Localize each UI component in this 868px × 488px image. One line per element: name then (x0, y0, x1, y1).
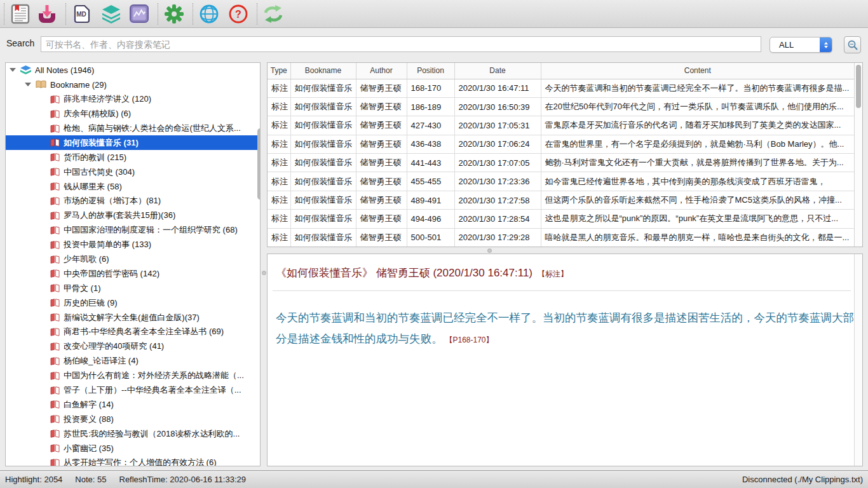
table-row[interactable]: 标注如何假装懂音乐储智勇王硕494-4962020/1/30 17:28:54这… (268, 210, 854, 228)
cell-date[interactable]: 2020/1/30 17:29:28 (454, 228, 541, 247)
cell-author[interactable]: 储智勇王硕 (356, 135, 407, 153)
cell-type[interactable]: 标注 (268, 154, 290, 172)
sidebar-item-all-notes[interactable]: All Notes (1946) (6, 63, 260, 78)
sidebar-item-bookname[interactable]: Bookname (29) (6, 78, 260, 92)
sidebar-book-item[interactable]: 枪炮、病菌与钢铁:人类社会的命运(世纪人文系... (6, 121, 260, 136)
cell-content[interactable]: 雷鬼原本是牙买加流行音乐的代名词，随着牙买加移民到了英美之类的发达国家... (541, 116, 854, 135)
cell-position[interactable]: 168-170 (407, 79, 454, 97)
cell-content[interactable]: 在20世纪50年代到70年代之间，有过一类乐队，叫节奏蓝调乐队，他们使用的乐..… (541, 97, 854, 116)
cell-content[interactable]: 鲍勃·马利对雷鬼文化还有一个重大贡献，就是将脏辫传播到了世界各地。关于为... (541, 154, 854, 172)
cell-type[interactable]: 标注 (268, 210, 290, 228)
cell-author[interactable]: 储智勇王硕 (356, 172, 407, 191)
cell-author[interactable]: 储智勇王硕 (356, 228, 407, 247)
column-header-bookname[interactable]: Bookname (290, 63, 356, 79)
table-row[interactable]: 标注如何假装懂音乐储智勇王硕436-4382020/1/30 17:06:24在… (268, 135, 854, 153)
help-icon[interactable]: ? (226, 2, 250, 26)
sidebar-book-item[interactable]: 商君书-中华经典名著全本全注全译丛书 (69) (6, 325, 260, 339)
cell-bookname[interactable]: 如何假装懂音乐 (290, 135, 356, 153)
table-scroll-handle[interactable] (856, 65, 861, 108)
cell-date[interactable]: 2020/1/30 16:47:11 (454, 79, 541, 97)
cell-author[interactable]: 储智勇王硕 (356, 79, 407, 97)
sidebar-book-item[interactable]: 投资中最简单的事 (133) (6, 238, 260, 252)
column-header-author[interactable]: Author (356, 63, 407, 79)
cell-author[interactable]: 储智勇王硕 (356, 116, 407, 135)
cell-date[interactable]: 2020/1/30 17:23:36 (454, 172, 541, 191)
vertical-splitter-handle[interactable] (262, 271, 266, 275)
sidebar-book-item[interactable]: 投资要义 (88) (6, 412, 260, 426)
table-row[interactable]: 标注如何假装懂音乐储智勇王硕186-1892020/1/30 16:50:39在… (268, 97, 854, 116)
cell-position[interactable]: 455-455 (407, 172, 454, 191)
cell-bookname[interactable]: 如何假装懂音乐 (290, 191, 356, 209)
cell-bookname[interactable]: 如何假装懂音乐 (290, 116, 356, 135)
chart-icon[interactable] (127, 2, 151, 26)
sidebar-book-item[interactable]: 薛兆丰经济学讲义 (120) (6, 92, 260, 107)
sidebar-book-item[interactable]: 庆余年(精校版) (6) (6, 107, 260, 121)
table-row[interactable]: 标注如何假装懂音乐储智勇王硕489-4912020/1/30 17:27:58但… (268, 191, 854, 209)
cell-date[interactable]: 2020/1/30 16:50:39 (454, 97, 541, 116)
filter-dropdown[interactable]: ALL (770, 37, 832, 53)
column-header-position[interactable]: Position (407, 63, 454, 79)
sidebar-scrollbar[interactable] (256, 126, 261, 466)
notes-icon[interactable] (8, 2, 32, 26)
cell-type[interactable]: 标注 (268, 191, 290, 209)
layers-icon[interactable] (99, 2, 123, 26)
sidebar-book-item[interactable]: 历史的巨镜 (9) (6, 295, 260, 310)
table-scrollbar[interactable] (854, 63, 862, 247)
column-header-content[interactable]: Content (541, 63, 854, 79)
search-button[interactable] (844, 36, 861, 53)
sidebar-book-item[interactable]: 中央帝国的哲学密码 (142) (6, 266, 260, 281)
cell-position[interactable]: 500-501 (407, 228, 454, 247)
cell-author[interactable]: 储智勇王硕 (356, 154, 407, 172)
sidebar-book-item[interactable]: 杨伯峻_论语译注 (4) (6, 354, 260, 369)
disclosure-triangle[interactable] (25, 83, 31, 86)
sidebar-book-item[interactable]: 中国为什么有前途：对外经济关系的战略潜能（... (6, 369, 260, 383)
search-input[interactable] (41, 36, 761, 52)
cell-type[interactable]: 标注 (268, 97, 290, 116)
cell-position[interactable]: 436-438 (407, 135, 454, 153)
cell-author[interactable]: 储智勇王硕 (356, 191, 407, 209)
column-header-date[interactable]: Date (454, 63, 541, 79)
sidebar-book-item[interactable]: 管子（上下册）--中华经典名著全本全注全译（... (6, 383, 260, 398)
cell-bookname[interactable]: 如何假装懂音乐 (290, 172, 356, 191)
sidebar-book-item[interactable]: 钱从哪里来 (58) (6, 179, 260, 194)
cell-type[interactable]: 标注 (268, 116, 290, 135)
cell-bookname[interactable]: 如何假装懂音乐 (290, 228, 356, 247)
sidebar-book-item[interactable]: 货币的教训 (215) (6, 150, 260, 165)
cell-content[interactable]: 嘻哈就是黑人的朋克音乐。和最早的朋克一样，嘻哈也是来自街头的文化，都是一... (541, 228, 854, 247)
cell-position[interactable]: 441-443 (407, 154, 454, 172)
table-row[interactable]: 标注如何假装懂音乐储智勇王硕500-5012020/1/30 17:29:28嘻… (268, 228, 854, 247)
sidebar-book-item[interactable]: 如何假装懂音乐 (31) (6, 135, 260, 150)
cell-date[interactable]: 2020/1/30 17:05:31 (454, 116, 541, 135)
sidebar-book-item[interactable]: 改变心理学的40项研究 (41) (6, 339, 260, 354)
cell-type[interactable]: 标注 (268, 79, 290, 97)
sidebar-book-item[interactable]: 甲骨文 (1) (6, 281, 260, 295)
sidebar-book-item[interactable]: 小窗幽记 (35) (6, 441, 260, 456)
sidebar-book-item[interactable]: 罗马人的故事(套装共15册)(36) (6, 208, 260, 223)
sidebar-scroll-handle[interactable] (257, 128, 261, 200)
cell-date[interactable]: 2020/1/30 17:06:24 (454, 135, 541, 153)
cell-position[interactable]: 489-491 (407, 191, 454, 209)
cell-content[interactable]: 这也是朋克之所以是“punk”的原因。“punk”在英文里是流氓阿飞的意思，只不… (541, 210, 854, 228)
cell-author[interactable]: 储智勇王硕 (356, 210, 407, 228)
cell-content[interactable]: 今天的节奏蓝调和当初的节奏蓝调已经完全不一样了。当初的节奏蓝调有很多是描... (541, 79, 854, 97)
settings-icon[interactable] (162, 2, 186, 26)
cell-type[interactable]: 标注 (268, 135, 290, 153)
table-row[interactable]: 标注如何假装懂音乐储智勇王硕168-1702020/1/30 16:47:11今… (268, 79, 854, 97)
cell-position[interactable]: 494-496 (407, 210, 454, 228)
cell-type[interactable]: 标注 (268, 172, 290, 191)
cell-content[interactable]: 在雷鬼的世界里，有一个名字是必须提到的，就是鲍勃·马利（Bob Marley）。… (541, 135, 854, 153)
sidebar-book-item[interactable]: 中国古代简史 (304) (6, 165, 260, 179)
cell-date[interactable]: 2020/1/30 17:07:05 (454, 154, 541, 172)
cell-type[interactable]: 标注 (268, 228, 290, 247)
column-header-type[interactable]: Type (268, 63, 290, 79)
sidebar-book-item[interactable]: 从零开始学写作：个人增值的有效方法 (6) (6, 456, 260, 466)
sidebar-book-item[interactable]: 苏世民:我的经验与教训（2018读桥水达利欧的... (6, 426, 260, 441)
detail-scrollbar[interactable] (854, 254, 862, 466)
sidebar-book-item[interactable]: 白鱼解字 (14) (6, 397, 260, 412)
disclosure-triangle[interactable] (10, 68, 16, 72)
sidebar-book-item[interactable]: 市场的逻辑（增订本）(81) (6, 194, 260, 208)
cell-author[interactable]: 储智勇王硕 (356, 97, 407, 116)
table-row[interactable]: 标注如何假装懂音乐储智勇王硕455-4552020/1/30 17:23:36如… (268, 172, 854, 191)
sidebar-book-item[interactable]: 中国国家治理的制度逻辑：一个组织学研究 (68) (6, 223, 260, 238)
table-row[interactable]: 标注如何假装懂音乐储智勇王硕441-4432020/1/30 17:07:05鲍… (268, 154, 854, 172)
